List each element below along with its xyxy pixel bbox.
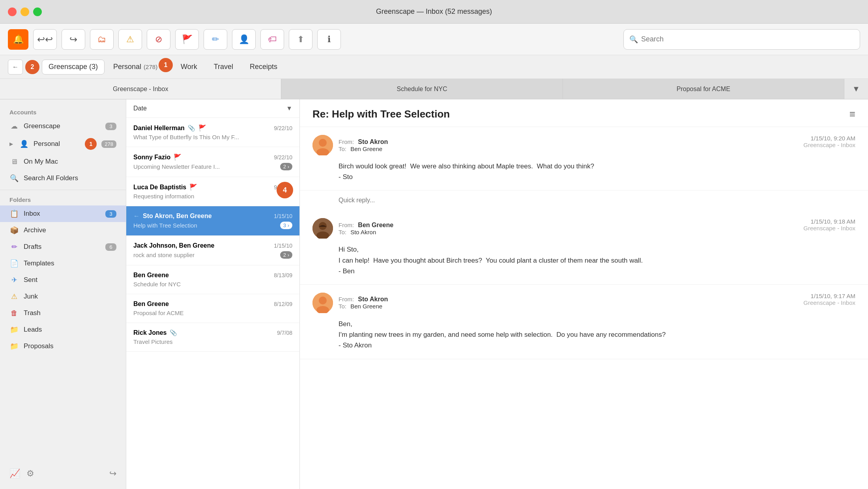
sidebar-item-archive[interactable]: 📦 Archive (0, 222, 126, 239)
tab-greenscape[interactable]: Greenscape (3) (42, 60, 105, 75)
message-item-1[interactable]: Sonny Fazio 🚩 9/22/10 Upcoming Newslette… (126, 147, 299, 177)
back-button[interactable]: ← (8, 60, 23, 75)
email-meta-right-2: 1/15/10, 9:17 AM Greenscape - Inbox (803, 293, 855, 306)
sidebar-item-templates[interactable]: 📄 Templates (0, 255, 126, 272)
sidebar-item-proposals[interactable]: 📁 Proposals (0, 338, 126, 355)
expand-arrow-icon: ▶ (9, 141, 13, 147)
email-view: Re: Help with Tree Selection ≡ (300, 99, 868, 489)
tag-button[interactable]: 🏷 (260, 29, 284, 50)
msg-date-0: 9/22/10 (274, 125, 292, 131)
avatar-sto-2 (312, 293, 333, 313)
traffic-lights (8, 7, 42, 16)
templates-icon: 📄 (9, 259, 19, 268)
sidebar-item-trash[interactable]: 🗑 Trash (0, 305, 126, 321)
message-item-3[interactable]: ← Sto Akron, Ben Greene 1/15/10 Help wit… (126, 206, 299, 236)
message-item-5[interactable]: Ben Greene 8/13/09 Schedule for NYC (126, 265, 299, 294)
message-item-0[interactable]: Daniel Hellerman 📎 🚩 9/22/10 What Type o… (126, 118, 299, 147)
message-item-4[interactable]: Jack Johnson, Ben Greene 1/15/10 rock an… (126, 236, 299, 265)
trash-icon: 🗑 (9, 308, 19, 318)
avatar-button[interactable]: 🔔 (8, 29, 28, 50)
pen-button[interactable]: ✏ (204, 29, 227, 50)
tab-receipts[interactable]: Receipts (243, 60, 284, 75)
message-item-7[interactable]: Rick Jones 📎 9/7/08 Travel Pictures (126, 323, 299, 352)
delete-button[interactable]: ⊘ (147, 29, 170, 50)
sidebar-greenscape-count: 3 (105, 123, 116, 130)
tag-icon: 🏷 (268, 34, 277, 45)
sidebar-item-greenscape[interactable]: ☁ Greenscape 3 (0, 118, 126, 134)
sidebar-search-label: Search All Folders (24, 174, 116, 182)
svg-point-1 (319, 139, 327, 147)
settings-icon[interactable]: ⚙ (26, 468, 34, 479)
search-bar[interactable]: 🔍 (623, 29, 860, 50)
quick-reply-input[interactable] (339, 197, 855, 204)
maximize-button[interactable] (33, 7, 42, 16)
flag-warning-button[interactable]: ⚠ (118, 29, 142, 50)
to-label-1: To: Sto Akron (339, 229, 393, 235)
sidebar-item-on-my-mac[interactable]: 🖥 On My Mac (0, 153, 126, 170)
msg-sender-1: Sonny Fazio 🚩 (133, 153, 181, 161)
email-meta-right-0: 1/15/10, 9:20 AM Greenscape - Inbox (803, 135, 855, 148)
to-name-1: Sto Akron (350, 229, 376, 235)
junk-icon: ⚠ (9, 292, 19, 301)
red-flag-button[interactable]: 🚩 (175, 29, 199, 50)
reply-all-button[interactable]: ↩↩ (33, 29, 57, 50)
close-button[interactable] (8, 7, 17, 16)
tab-personal-count: (278) (144, 63, 157, 70)
archive-icon: 🗂 (97, 34, 106, 45)
sidebar-templates-label: Templates (24, 259, 116, 267)
more-tabs-button[interactable]: ▼ (844, 79, 868, 99)
from-label-0: From: Sto Akron (339, 138, 388, 146)
content-tab-proposal[interactable]: Proposal for ACME (563, 79, 844, 99)
from-name-2: Sto Akron (358, 296, 388, 302)
archive-icon: 📦 (9, 226, 19, 235)
info-button[interactable]: ℹ (317, 29, 341, 50)
sidebar-personal-label: Personal (34, 140, 80, 148)
email-body-1: Hi Sto, I can help! Have you thought abo… (339, 244, 855, 276)
sidebar-item-leads[interactable]: 📁 Leads (0, 321, 126, 338)
content-tab-schedule[interactable]: Schedule for NYC (281, 79, 563, 99)
sidebar-junk-label: Junk (24, 293, 116, 300)
move-icon: ⬆ (297, 34, 304, 45)
msg-preview-0: What Type of Butterfly Is This On My F..… (133, 134, 292, 140)
email-menu-button[interactable]: ≡ (849, 108, 855, 120)
sidebar-item-inbox[interactable]: 📋 Inbox 3 (0, 205, 126, 222)
search-folder-icon: 🔍 (9, 174, 19, 183)
from-name-1: Ben Greene (358, 222, 393, 228)
move-button[interactable]: ⬆ (289, 29, 312, 50)
tab-receipts-label: Receipts (250, 63, 277, 71)
archive-toolbar-button[interactable]: 🗂 (90, 29, 114, 50)
signout-icon[interactable]: ↪ (109, 468, 116, 479)
email-from-info-0: From: Sto Akron To: Ben Greene (339, 138, 388, 152)
sidebar-item-search-all[interactable]: 🔍 Search All Folders (0, 170, 126, 187)
message-item-2[interactable]: Luca De Baptistis 🚩 4 9/22/10 Requesting… (126, 177, 299, 206)
msg-sender-2: Luca De Baptistis 🚩 4 (133, 183, 197, 191)
forward-button[interactable]: ↪ (62, 29, 85, 50)
msg-name-7: Rick Jones (133, 329, 166, 336)
proposals-folder-icon: 📁 (9, 342, 19, 351)
search-input[interactable] (641, 35, 854, 43)
back-icon: ← (12, 63, 19, 71)
sidebar-item-sent[interactable]: ✈ Sent (0, 272, 126, 288)
sidebar-sent-label: Sent (24, 276, 116, 284)
sidebar-item-drafts[interactable]: ✏ Drafts 6 (0, 239, 126, 255)
contacts-button[interactable]: 👤 (232, 29, 256, 50)
msg-name-3: Sto Akron, Ben Greene (143, 213, 212, 220)
content-tab-inbox[interactable]: Greenscape - Inbox (0, 79, 281, 99)
msg-sender-3: ← Sto Akron, Ben Greene (133, 213, 212, 220)
cloud-icon: ☁ (9, 121, 19, 131)
sidebar-greenscape-label: Greenscape (24, 122, 101, 130)
attachment-icon-0: 📎 (188, 125, 195, 132)
content-tabs: Greenscape - Inbox Schedule for NYC Prop… (0, 79, 868, 99)
sidebar-item-personal[interactable]: ▶ 👤 Personal 1 278 (0, 134, 126, 153)
toolbar: 🔔 ↩↩ ↪ 🗂 ⚠ ⊘ 🚩 ✏ 👤 🏷 ⬆ ℹ 🔍 (0, 24, 868, 55)
sidebar-item-junk[interactable]: ⚠ Junk (0, 288, 126, 305)
activity-icon[interactable]: 📈 (9, 468, 20, 479)
tab-work[interactable]: Work (174, 60, 204, 75)
quick-reply-area[interactable] (300, 190, 868, 210)
tab-travel[interactable]: Travel (207, 60, 240, 75)
tab-personal[interactable]: Personal (278) ▼ 1 (107, 60, 171, 75)
message-item-6[interactable]: Ben Greene 8/12/09 Proposal for ACME (126, 294, 299, 323)
sort-arrow-icon[interactable]: ▼ (286, 105, 292, 112)
minimize-button[interactable] (21, 7, 29, 16)
from-name-0: Sto Akron (358, 138, 388, 145)
